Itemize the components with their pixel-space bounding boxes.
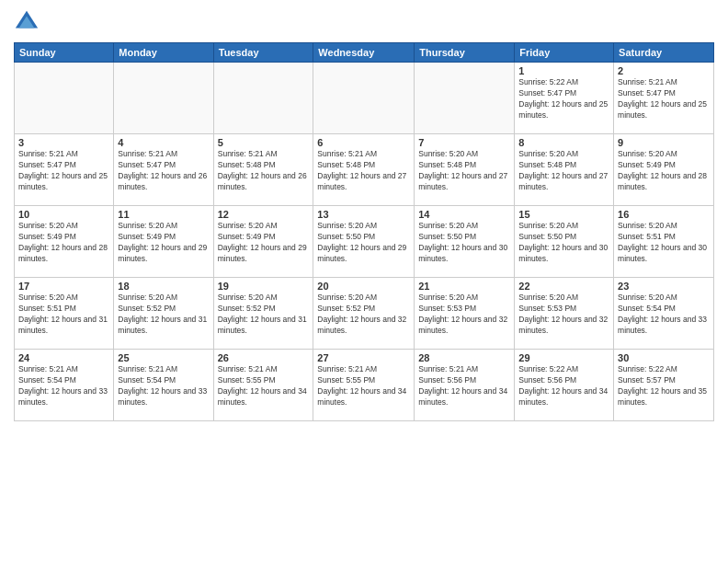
day-number: 14 — [418, 209, 510, 220]
calendar-cell: 5Sunrise: 5:21 AMSunset: 5:48 PMDaylight… — [213, 134, 313, 206]
calendar-cell: 6Sunrise: 5:21 AMSunset: 5:48 PMDaylight… — [313, 134, 415, 206]
day-info: Sunrise: 5:20 AMSunset: 5:48 PMDaylight:… — [518, 149, 609, 193]
calendar-cell: 10Sunrise: 5:20 AMSunset: 5:49 PMDayligh… — [15, 206, 114, 278]
calendar-cell: 12Sunrise: 5:20 AMSunset: 5:49 PMDayligh… — [213, 206, 313, 278]
day-number: 15 — [518, 209, 609, 220]
calendar-week-4: 17Sunrise: 5:20 AMSunset: 5:51 PMDayligh… — [15, 278, 714, 350]
day-number: 22 — [518, 281, 609, 292]
day-info: Sunrise: 5:22 AMSunset: 5:56 PMDaylight:… — [518, 364, 609, 408]
day-info: Sunrise: 5:20 AMSunset: 5:48 PMDaylight:… — [418, 149, 510, 193]
day-number: 6 — [317, 137, 410, 148]
calendar-cell: 24Sunrise: 5:21 AMSunset: 5:54 PMDayligh… — [15, 350, 114, 421]
day-info: Sunrise: 5:20 AMSunset: 5:50 PMDaylight:… — [518, 221, 609, 265]
calendar-cell: 1Sunrise: 5:22 AMSunset: 5:47 PMDaylight… — [515, 63, 614, 134]
calendar: SundayMondayTuesdayWednesdayThursdayFrid… — [14, 42, 714, 421]
day-number: 11 — [118, 209, 209, 220]
calendar-cell — [213, 63, 313, 134]
day-info: Sunrise: 5:21 AMSunset: 5:54 PMDaylight:… — [18, 364, 109, 408]
day-info: Sunrise: 5:21 AMSunset: 5:47 PMDaylight:… — [618, 77, 710, 121]
day-number: 28 — [418, 352, 510, 363]
day-info: Sunrise: 5:20 AMSunset: 5:54 PMDaylight:… — [618, 293, 710, 337]
calendar-week-5: 24Sunrise: 5:21 AMSunset: 5:54 PMDayligh… — [15, 350, 714, 421]
day-number: 16 — [618, 209, 710, 220]
day-number: 17 — [18, 281, 109, 292]
calendar-header-wednesday: Wednesday — [313, 43, 415, 63]
calendar-cell: 8Sunrise: 5:20 AMSunset: 5:48 PMDaylight… — [515, 134, 614, 206]
calendar-cell: 11Sunrise: 5:20 AMSunset: 5:49 PMDayligh… — [114, 206, 213, 278]
calendar-cell: 28Sunrise: 5:21 AMSunset: 5:56 PMDayligh… — [415, 350, 515, 421]
day-number: 13 — [317, 209, 410, 220]
logo-icon — [14, 9, 40, 35]
day-number: 5 — [218, 137, 310, 148]
day-info: Sunrise: 5:21 AMSunset: 5:56 PMDaylight:… — [418, 364, 510, 408]
calendar-cell: 3Sunrise: 5:21 AMSunset: 5:47 PMDaylight… — [15, 134, 114, 206]
day-info: Sunrise: 5:20 AMSunset: 5:52 PMDaylight:… — [218, 293, 310, 337]
day-info: Sunrise: 5:20 AMSunset: 5:49 PMDaylight:… — [18, 221, 109, 265]
calendar-header-saturday: Saturday — [614, 43, 714, 63]
calendar-header-tuesday: Tuesday — [213, 43, 313, 63]
day-number: 8 — [518, 137, 609, 148]
day-number: 4 — [118, 137, 209, 148]
calendar-cell: 4Sunrise: 5:21 AMSunset: 5:47 PMDaylight… — [114, 134, 213, 206]
calendar-cell: 21Sunrise: 5:20 AMSunset: 5:53 PMDayligh… — [415, 278, 515, 350]
day-info: Sunrise: 5:20 AMSunset: 5:53 PMDaylight:… — [418, 293, 510, 337]
calendar-cell: 30Sunrise: 5:22 AMSunset: 5:57 PMDayligh… — [614, 350, 714, 421]
calendar-cell — [313, 63, 415, 134]
day-number: 12 — [218, 209, 310, 220]
calendar-cell: 19Sunrise: 5:20 AMSunset: 5:52 PMDayligh… — [213, 278, 313, 350]
calendar-week-3: 10Sunrise: 5:20 AMSunset: 5:49 PMDayligh… — [15, 206, 714, 278]
calendar-header-thursday: Thursday — [415, 43, 515, 63]
calendar-cell: 13Sunrise: 5:20 AMSunset: 5:50 PMDayligh… — [313, 206, 415, 278]
calendar-cell: 17Sunrise: 5:20 AMSunset: 5:51 PMDayligh… — [15, 278, 114, 350]
day-number: 26 — [218, 352, 310, 363]
day-number: 18 — [118, 281, 209, 292]
calendar-week-1: 1Sunrise: 5:22 AMSunset: 5:47 PMDaylight… — [15, 63, 714, 134]
calendar-cell — [114, 63, 213, 134]
calendar-cell: 25Sunrise: 5:21 AMSunset: 5:54 PMDayligh… — [114, 350, 213, 421]
calendar-cell: 29Sunrise: 5:22 AMSunset: 5:56 PMDayligh… — [515, 350, 614, 421]
logo — [14, 9, 43, 35]
day-info: Sunrise: 5:21 AMSunset: 5:55 PMDaylight:… — [317, 364, 410, 408]
calendar-cell: 15Sunrise: 5:20 AMSunset: 5:50 PMDayligh… — [515, 206, 614, 278]
calendar-cell: 22Sunrise: 5:20 AMSunset: 5:53 PMDayligh… — [515, 278, 614, 350]
day-number: 1 — [518, 65, 609, 76]
day-number: 20 — [317, 281, 410, 292]
calendar-header-monday: Monday — [114, 43, 213, 63]
day-info: Sunrise: 5:20 AMSunset: 5:53 PMDaylight:… — [518, 293, 609, 337]
calendar-cell: 27Sunrise: 5:21 AMSunset: 5:55 PMDayligh… — [313, 350, 415, 421]
day-info: Sunrise: 5:21 AMSunset: 5:48 PMDaylight:… — [317, 149, 410, 193]
day-number: 19 — [218, 281, 310, 292]
day-info: Sunrise: 5:20 AMSunset: 5:49 PMDaylight:… — [618, 149, 710, 193]
day-info: Sunrise: 5:20 AMSunset: 5:51 PMDaylight:… — [618, 221, 710, 265]
day-number: 30 — [618, 352, 710, 363]
day-info: Sunrise: 5:20 AMSunset: 5:50 PMDaylight:… — [418, 221, 510, 265]
calendar-header-friday: Friday — [515, 43, 614, 63]
day-info: Sunrise: 5:20 AMSunset: 5:52 PMDaylight:… — [118, 293, 209, 337]
day-number: 25 — [118, 352, 209, 363]
day-number: 24 — [18, 352, 109, 363]
calendar-cell: 23Sunrise: 5:20 AMSunset: 5:54 PMDayligh… — [614, 278, 714, 350]
calendar-cell: 20Sunrise: 5:20 AMSunset: 5:52 PMDayligh… — [313, 278, 415, 350]
day-info: Sunrise: 5:21 AMSunset: 5:47 PMDaylight:… — [118, 149, 209, 193]
calendar-header-row: SundayMondayTuesdayWednesdayThursdayFrid… — [15, 43, 714, 63]
day-info: Sunrise: 5:21 AMSunset: 5:48 PMDaylight:… — [218, 149, 310, 193]
day-info: Sunrise: 5:22 AMSunset: 5:47 PMDaylight:… — [518, 77, 609, 121]
calendar-cell: 16Sunrise: 5:20 AMSunset: 5:51 PMDayligh… — [614, 206, 714, 278]
day-info: Sunrise: 5:20 AMSunset: 5:49 PMDaylight:… — [218, 221, 310, 265]
day-info: Sunrise: 5:20 AMSunset: 5:51 PMDaylight:… — [18, 293, 109, 337]
day-number: 21 — [418, 281, 510, 292]
calendar-header-sunday: Sunday — [15, 43, 114, 63]
day-number: 27 — [317, 352, 410, 363]
calendar-cell: 18Sunrise: 5:20 AMSunset: 5:52 PMDayligh… — [114, 278, 213, 350]
day-number: 10 — [18, 209, 109, 220]
day-info: Sunrise: 5:20 AMSunset: 5:49 PMDaylight:… — [118, 221, 209, 265]
day-number: 23 — [618, 281, 710, 292]
calendar-cell: 9Sunrise: 5:20 AMSunset: 5:49 PMDaylight… — [614, 134, 714, 206]
calendar-cell: 14Sunrise: 5:20 AMSunset: 5:50 PMDayligh… — [415, 206, 515, 278]
day-info: Sunrise: 5:21 AMSunset: 5:47 PMDaylight:… — [18, 149, 109, 193]
day-info: Sunrise: 5:21 AMSunset: 5:55 PMDaylight:… — [218, 364, 310, 408]
header — [14, 9, 714, 35]
day-number: 29 — [518, 352, 609, 363]
calendar-cell: 2Sunrise: 5:21 AMSunset: 5:47 PMDaylight… — [614, 63, 714, 134]
calendar-cell: 7Sunrise: 5:20 AMSunset: 5:48 PMDaylight… — [415, 134, 515, 206]
